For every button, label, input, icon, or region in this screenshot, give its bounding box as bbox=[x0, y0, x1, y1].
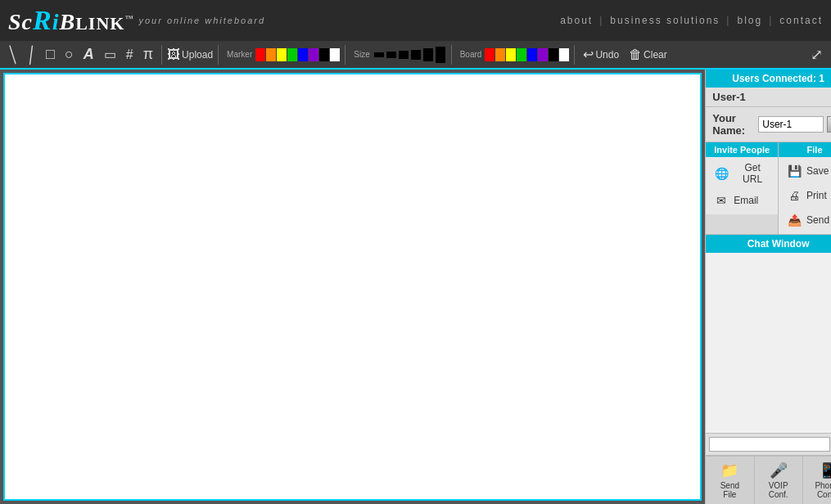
nav-blog[interactable]: blog bbox=[737, 15, 762, 26]
marker-color-swatch[interactable] bbox=[255, 48, 265, 61]
marker-color-swatch[interactable] bbox=[319, 48, 329, 61]
board-color-swatch[interactable] bbox=[527, 48, 537, 61]
board-color-palette bbox=[485, 48, 569, 61]
upload-button[interactable]: 🖼 Upload bbox=[167, 47, 213, 62]
phone-conf-btn[interactable]: 📱 PhoneConf. bbox=[803, 457, 831, 504]
username-display: User-1 bbox=[706, 88, 831, 107]
board-color-swatch[interactable] bbox=[485, 48, 495, 61]
board-color-swatch[interactable] bbox=[517, 48, 526, 61]
users-connected-count: Users Connected: 1 bbox=[732, 73, 824, 84]
save-icon: 💾 bbox=[785, 162, 803, 180]
send-file-btn[interactable]: 📁 SendFile bbox=[706, 457, 754, 504]
logo-b: B bbox=[59, 9, 75, 34]
print-label: Print bbox=[806, 190, 827, 201]
upload-label: Upload bbox=[182, 49, 213, 61]
nav-sep3: | bbox=[769, 15, 773, 26]
toolbar-sep1 bbox=[161, 45, 162, 65]
eraser-tool[interactable]: ▭ bbox=[101, 45, 120, 64]
board-color-swatch[interactable] bbox=[538, 48, 548, 61]
board-color-swatch[interactable] bbox=[495, 48, 505, 61]
main-layout: Users Connected: 1 User-1 Your Name: » I… bbox=[0, 70, 831, 504]
size-swatch[interactable] bbox=[436, 47, 445, 63]
size-label: Size bbox=[354, 50, 369, 59]
users-connected-header: Users Connected: 1 bbox=[706, 70, 831, 88]
save-label: Save bbox=[806, 165, 829, 177]
pencil-tool[interactable]: ╱ bbox=[0, 42, 25, 68]
expand-button[interactable]: ⤢ bbox=[807, 44, 826, 65]
phone-label: PhoneConf. bbox=[815, 481, 831, 499]
whiteboard-canvas[interactable] bbox=[3, 73, 702, 501]
undo-icon: ↩ bbox=[583, 47, 594, 62]
marker-color-swatch[interactable] bbox=[277, 48, 287, 61]
logo-c: c bbox=[22, 9, 33, 34]
email-icon: ✉ bbox=[712, 191, 730, 209]
marker-color-swatch[interactable] bbox=[309, 48, 318, 61]
logo-area: ScRiBLINK™ your online whiteboard bbox=[8, 5, 265, 36]
file-actions: 💾 Save 🖨 Print 📤 Send bbox=[779, 157, 831, 234]
send-button[interactable]: 📤 Send bbox=[784, 209, 831, 231]
toolbar: ╱ ╱ □ ○ A ▭ # π 🖼 Upload Marker Size Boa… bbox=[0, 41, 831, 70]
text-tool[interactable]: A bbox=[80, 44, 97, 65]
toolbar-sep2 bbox=[218, 45, 219, 65]
logo: ScRiBLINK™ bbox=[8, 5, 133, 36]
get-url-button[interactable]: 🌐 Get URL bbox=[711, 160, 773, 187]
send-file-icon: 📁 bbox=[720, 461, 738, 479]
grid-tool[interactable]: # bbox=[123, 46, 137, 64]
get-url-label: Get URL bbox=[734, 162, 771, 185]
toolbar-sep3 bbox=[345, 45, 345, 65]
marker-color-swatch[interactable] bbox=[298, 48, 308, 61]
email-button[interactable]: ✉ Email bbox=[711, 190, 773, 211]
toolbar-sep4 bbox=[451, 45, 452, 65]
size-swatch[interactable] bbox=[374, 52, 384, 57]
name-input[interactable] bbox=[758, 116, 824, 133]
print-icon: 🖨 bbox=[785, 187, 803, 205]
file-panel-header: File bbox=[779, 142, 831, 157]
name-row: Your Name: » bbox=[706, 107, 831, 142]
print-button[interactable]: 🖨 Print bbox=[784, 185, 831, 206]
rect-tool[interactable]: □ bbox=[43, 44, 58, 65]
circle-tool[interactable]: ○ bbox=[61, 44, 77, 65]
name-label: Your Name: bbox=[712, 112, 755, 137]
line-tool[interactable]: ╱ bbox=[20, 42, 43, 67]
send-icon: 📤 bbox=[785, 211, 803, 229]
sidebar: Users Connected: 1 User-1 Your Name: » I… bbox=[705, 70, 831, 504]
size-swatch[interactable] bbox=[399, 51, 409, 59]
chat-window-header: Chat Window bbox=[706, 235, 831, 253]
invite-panel-header: Invite People bbox=[706, 142, 778, 157]
undo-label: Undo bbox=[595, 49, 619, 61]
voip-conf-btn[interactable]: 🎤 VOIPConf. bbox=[755, 457, 803, 504]
voip-label: VOIPConf. bbox=[769, 481, 788, 499]
board-color-swatch[interactable] bbox=[506, 48, 516, 61]
logo-r: R bbox=[33, 5, 52, 35]
logo-tagline: your online whiteboard bbox=[138, 16, 265, 25]
invite-panel: Invite People 🌐 Get URL ✉ Email bbox=[706, 142, 779, 234]
size-swatch[interactable] bbox=[386, 52, 396, 58]
nav-about[interactable]: about bbox=[560, 15, 593, 26]
nav-contact[interactable]: contact bbox=[779, 15, 823, 26]
size-swatch[interactable] bbox=[423, 48, 433, 61]
invite-actions: 🌐 Get URL ✉ Email bbox=[706, 157, 778, 214]
marker-color-swatch[interactable] bbox=[266, 48, 276, 61]
toolbar-sep5 bbox=[574, 45, 575, 65]
email-label: Email bbox=[734, 195, 758, 206]
marker-color-swatch[interactable] bbox=[330, 48, 340, 61]
clear-button[interactable]: 🗑 Clear bbox=[626, 46, 671, 64]
marker-color-swatch[interactable] bbox=[287, 48, 297, 61]
file-panel: File 💾 Save 🖨 Print 📤 Send bbox=[779, 142, 831, 234]
board-color-swatch[interactable] bbox=[559, 48, 569, 61]
board-color-swatch[interactable] bbox=[549, 48, 558, 61]
chat-input[interactable] bbox=[709, 437, 830, 452]
undo-button[interactable]: ↩ Undo bbox=[580, 45, 622, 64]
name-go-button[interactable]: » bbox=[827, 116, 831, 133]
nav-business[interactable]: business solutions bbox=[610, 15, 720, 26]
bottom-buttons: 📁 SendFile 🎤 VOIPConf. 📱 PhoneConf. bbox=[706, 456, 831, 504]
invite-file-row: Invite People 🌐 Get URL ✉ Email File bbox=[706, 142, 831, 235]
size-swatch[interactable] bbox=[411, 50, 421, 60]
voip-icon: 🎤 bbox=[770, 461, 788, 479]
pi-tool[interactable]: π bbox=[140, 44, 156, 65]
marker-label: Marker bbox=[227, 50, 252, 59]
nav: about | business solutions | blog | cont… bbox=[560, 15, 823, 26]
board-label: Board bbox=[460, 50, 482, 59]
logo-trademark: ™ bbox=[124, 14, 133, 23]
save-button[interactable]: 💾 Save bbox=[784, 160, 831, 182]
